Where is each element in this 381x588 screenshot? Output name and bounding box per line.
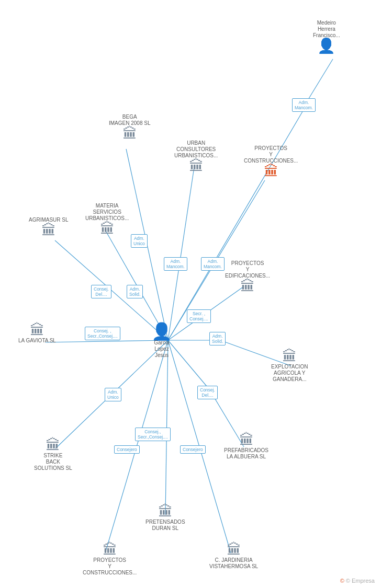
proyectos-const2-label: PROYECTOSYCONSTRUCCIONES... — [83, 557, 137, 576]
node-pretensados: 🏛 PRETENSADOSDURAN SL — [145, 504, 185, 532]
prefabricados-label: PREFABRICADOSLA ALBUERA SL — [224, 447, 268, 460]
badge-adm-mancom-mid2[interactable]: Adm.Mancom. — [201, 257, 225, 271]
pretensados-label: PRETENSADOSDURAN SL — [145, 519, 185, 532]
node-proyectos-const2: 🏛 PROYECTOSYCONSTRUCCIONES... — [83, 543, 137, 576]
proyectos-edif-label: PROYECTOSYEDIFICACIONES... — [225, 260, 270, 279]
badge-adm-unico-bottom[interactable]: Adm.Unico — [105, 388, 121, 401]
c-jardineria-icon: 🏛 — [227, 543, 241, 557]
explotacion-icon: 🏛 — [282, 349, 297, 364]
badge-adm-mancom-top[interactable]: Adm.Mancom. — [292, 98, 316, 112]
node-materia: MATERIASERVICIOSURBANISTICOS... 🏛 — [85, 203, 129, 236]
proyectos-const2-icon: 🏛 — [103, 543, 117, 557]
medeiro-icon: 👤 — [317, 39, 335, 53]
node-strike-back: 🏛 STRIKEBACKSOLUTIONS SL — [34, 438, 72, 471]
c-jardineria-label: C. JARDINERIAVISTAHERMOSA SL — [209, 557, 258, 570]
explotacion-label: EXPLOTACIONAGRICOLA YGANADERA... — [271, 364, 308, 383]
center-person-label: GarciaLopezJesus — [154, 340, 169, 359]
node-medeiro: MedeiroHerreraFrancisco... 👤 — [313, 20, 340, 53]
node-agrimasur: AGRIMASUR SL 🏛 — [29, 217, 69, 238]
materia-icon: 🏛 — [100, 222, 115, 236]
materia-label: MATERIASERVICIOSURBANISTICOS... — [85, 203, 129, 222]
la-gaviota-icon: 🏛 — [30, 323, 44, 338]
node-c-jardineria: 🏛 C. JARDINERIAVISTAHERMOSA SL — [209, 543, 258, 570]
badge-adm-solid-mid[interactable]: Adm.Solid. — [127, 285, 143, 298]
node-bega: BEGAIMAGEN 2008 SL 🏛 — [109, 114, 150, 141]
connection-lines — [0, 0, 381, 588]
node-proyectos-main: PROYECTOSYCONSTRUCCIONES... 🏛 — [244, 145, 298, 179]
bega-label: BEGAIMAGEN 2008 SL — [109, 114, 150, 126]
badge-secr-consej[interactable]: Secr. ,Consej.... — [187, 309, 211, 323]
svg-line-12 — [168, 340, 209, 389]
badge-adm-unico-materia[interactable]: Adm.Unico — [131, 234, 148, 248]
svg-line-1 — [305, 59, 333, 105]
urban-icon: 🏛 — [189, 159, 204, 174]
watermark-text: © Empresa — [346, 578, 375, 584]
watermark: © © Empresa — [340, 578, 375, 584]
svg-line-8 — [46, 340, 168, 342]
la-gaviota-label: LA GAVIOTA SL — [18, 338, 56, 344]
badge-consej-del-bottom[interactable]: Consej.Del.... — [197, 386, 218, 399]
proyectos-edif-icon: 🏛 — [240, 279, 255, 294]
badge-adm-solid-right[interactable]: Adm.Solid. — [209, 332, 226, 345]
prefabricados-icon: 🏛 — [239, 433, 254, 447]
watermark-copy: © — [340, 578, 344, 584]
badge-adm-mancom-mid1[interactable]: Adm.Mancom. — [164, 257, 187, 271]
center-person-icon: 👤 — [151, 323, 172, 340]
badge-consej-del[interactable]: Consej.Del.... — [91, 285, 111, 298]
agrimasur-icon: 🏛 — [41, 223, 56, 238]
proyectos-main-icon: 🏛 — [264, 164, 278, 179]
badge-consej-secr-bottom[interactable]: Consej.,Secr.,Consej.... — [135, 428, 171, 441]
node-urban: URBANCONSULTORESURBANISTICOS... 🏛 — [174, 140, 218, 174]
badge-consejero-right[interactable]: Consejero — [180, 445, 206, 454]
badge-consej-secr-left[interactable]: Consej. ,Secr.,Consej.... — [85, 327, 120, 340]
center-person[interactable]: 👤 GarciaLopezJesus — [151, 323, 172, 359]
node-proyectos-edif: PROYECTOSYEDIFICACIONES... 🏛 — [225, 260, 270, 294]
canvas: 👤 GarciaLopezJesus MedeiroHerreraFrancis… — [0, 0, 381, 588]
node-la-gaviota: 🏛 LA GAVIOTA SL — [18, 323, 56, 344]
node-prefabricados: 🏛 PREFABRICADOSLA ALBUERA SL — [224, 433, 268, 460]
urban-label: URBANCONSULTORESURBANISTICOS... — [174, 140, 218, 159]
medeiro-label: MedeiroHerreraFrancisco... — [313, 20, 340, 39]
strike-back-label: STRIKEBACKSOLUTIONS SL — [34, 453, 72, 471]
node-explotacion: 🏛 EXPLOTACIONAGRICOLA YGANADERA... — [271, 349, 308, 383]
bega-icon: 🏛 — [122, 126, 137, 141]
badge-consejero-left[interactable]: Consejero — [114, 445, 140, 454]
proyectos-main-label: PROYECTOSYCONSTRUCCIONES... — [244, 145, 298, 164]
strike-back-icon: 🏛 — [46, 438, 60, 453]
pretensados-icon: 🏛 — [158, 504, 173, 519]
